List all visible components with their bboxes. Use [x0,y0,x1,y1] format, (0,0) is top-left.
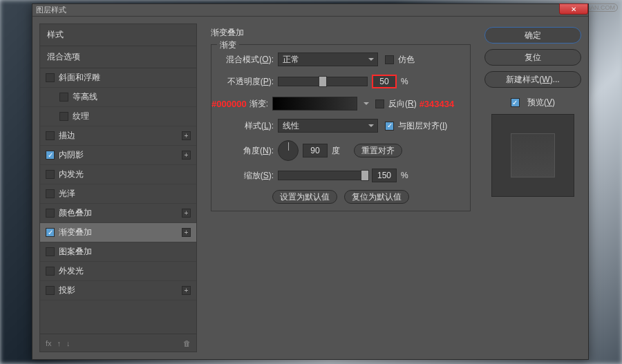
effect-label: 外发光 [59,265,84,277]
reverse-checkbox[interactable] [375,99,384,108]
titlebar[interactable]: 图层样式 ✕ [32,4,588,17]
effect-checkbox[interactable] [46,151,55,160]
new-style-button[interactable]: 新建样式(W)... [484,71,581,88]
effect-label: 内阴影 [59,149,84,161]
effect-label: 纹理 [73,111,89,122]
effect-label: 内发光 [59,169,84,180]
reset-align-button[interactable]: 重置对齐 [354,144,402,157]
effect-checkbox[interactable] [46,247,55,256]
effect-label: 投影 [59,285,75,296]
effect-item-6[interactable]: 光泽 [40,184,196,204]
effect-item-3[interactable]: 描边+ [40,126,196,146]
opacity-label: 不透明度(P): [218,76,278,88]
panel-footer: fx ↑ ↓ 🗑 [40,334,196,352]
effect-checkbox[interactable] [46,170,55,179]
effect-checkbox[interactable] [46,286,55,295]
effect-item-5[interactable]: 内发光 [40,165,196,184]
effect-item-10[interactable]: 外发光 [40,262,196,281]
effect-checkbox[interactable] [46,189,55,198]
align-label: 与图层对齐(I) [398,120,447,132]
dither-checkbox[interactable] [385,55,394,64]
plus-icon[interactable]: + [182,131,191,140]
plus-icon[interactable]: + [182,209,191,218]
scale-slider[interactable] [278,171,368,180]
effect-item-8[interactable]: 渐变叠加+ [40,223,196,242]
blend-options-header[interactable]: 混合选项 [40,46,196,68]
effect-checkbox[interactable] [46,73,55,82]
effect-checkbox[interactable] [46,209,55,218]
layer-style-dialog: 图层样式 ✕ 样式 混合选项 斜面和浮雕等高线纹理描边+内阴影+内发光光泽颜色叠… [32,3,589,360]
fx-icon[interactable]: fx [46,339,52,347]
effect-checkbox[interactable] [59,112,68,121]
effect-label: 渐变叠加 [59,227,92,238]
trash-icon[interactable]: 🗑 [183,339,191,347]
align-checkbox[interactable] [385,122,394,131]
style-label: 样式(L): [218,120,278,132]
arrow-down-icon[interactable]: ↓ [66,339,70,347]
preview-swatch [491,114,574,197]
close-icon: ✕ [571,6,576,13]
opacity-input[interactable]: 50 [372,75,397,88]
effect-checkbox[interactable] [46,228,55,237]
preview-checkbox[interactable] [511,98,520,107]
styles-panel: 样式 混合选项 斜面和浮雕等高线纹理描边+内阴影+内发光光泽颜色叠加+渐变叠加+… [39,23,197,352]
blend-mode-select[interactable]: 正常 [278,52,378,66]
effect-item-0[interactable]: 斜面和浮雕 [40,68,196,88]
angle-input[interactable]: 90 [303,144,328,157]
cancel-button[interactable]: 复位 [484,49,581,66]
gradient-label: 渐变: [249,98,268,110]
effect-label: 颜色叠加 [59,207,92,219]
effect-item-2[interactable]: 纹理 [40,107,196,126]
blend-mode-label: 混合模式(O): [218,54,278,66]
effect-label: 图案叠加 [59,246,92,258]
effect-label: 等高线 [73,91,97,103]
angle-dial[interactable] [278,140,299,161]
effect-item-4[interactable]: 内阴影+ [40,146,196,165]
scale-input[interactable]: 150 [372,169,397,182]
options-panel: 渐变叠加 渐变 混合模式(O): 正常 仿色 不透明度(P): 50 % [204,23,478,352]
reverse-label: 反向(R) [388,98,417,110]
annotation-right: #343434 [420,99,455,109]
effect-item-9[interactable]: 图案叠加 [40,242,196,262]
effect-checkbox[interactable] [46,267,55,276]
dither-label: 仿色 [398,54,415,66]
plus-icon[interactable]: + [182,151,191,160]
effect-item-11[interactable]: 投影+ [40,281,196,300]
arrow-up-icon[interactable]: ↑ [57,339,62,347]
preview-label: 预览(V) [527,97,555,108]
gradient-picker[interactable] [272,97,357,111]
effect-item-7[interactable]: 颜色叠加+ [40,204,196,223]
styles-header[interactable]: 样式 [40,24,196,46]
style-select[interactable]: 线性 [278,119,378,133]
effects-list: 斜面和浮雕等高线纹理描边+内阴影+内发光光泽颜色叠加+渐变叠加+图案叠加外发光投… [40,68,196,334]
effect-checkbox[interactable] [59,93,68,102]
make-default-button[interactable]: 设置为默认值 [272,190,337,204]
gradient-fieldset: 渐变 混合模式(O): 正常 仿色 不透明度(P): 50 % #000000 [211,44,471,211]
angle-label: 角度(N): [218,145,278,157]
effect-label: 光泽 [59,188,75,200]
plus-icon[interactable]: + [182,228,191,237]
close-button[interactable]: ✕ [559,3,588,15]
scale-label: 缩放(S): [218,170,278,182]
dialog-title: 图层样式 [36,5,66,15]
effect-label: 斜面和浮雕 [59,72,100,84]
action-panel: 确定 复位 新建样式(W)... 预览(V) [484,23,581,352]
reset-default-button[interactable]: 复位为默认值 [344,190,409,204]
effect-item-1[interactable]: 等高线 [40,88,196,107]
ok-button[interactable]: 确定 [484,27,581,44]
effect-checkbox[interactable] [46,131,55,140]
plus-icon[interactable]: + [182,286,191,295]
opacity-slider[interactable] [278,77,368,86]
annotation-left: #000000 [211,99,247,109]
group-title: 渐变叠加 [211,27,471,39]
effect-label: 描边 [59,130,75,142]
